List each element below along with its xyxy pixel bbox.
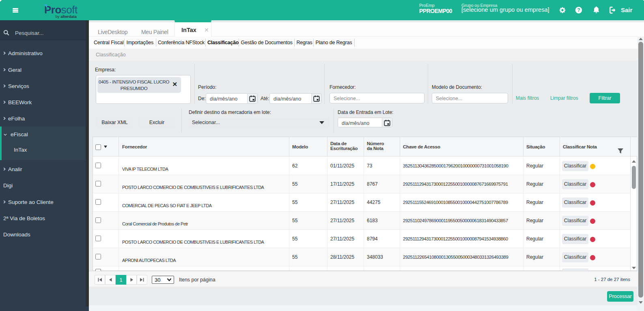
svg-text:?: ? [577,7,580,13]
